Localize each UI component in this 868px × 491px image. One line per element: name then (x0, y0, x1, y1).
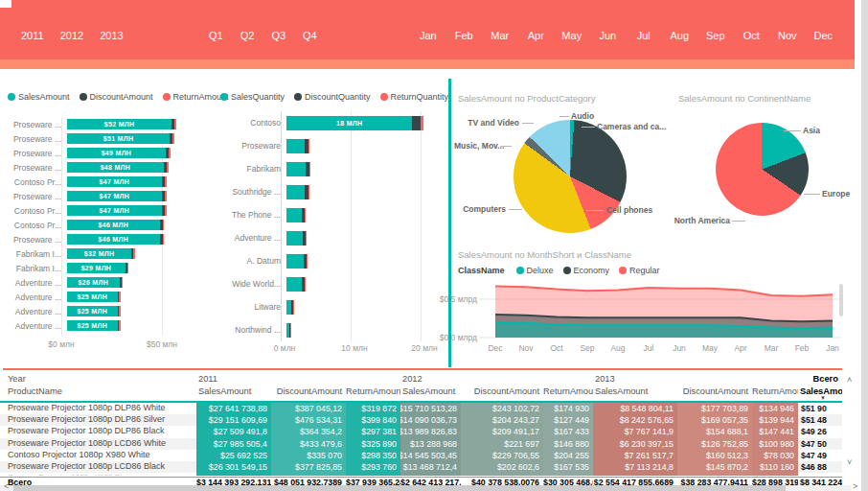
value-cell[interactable]: $134 946 (752, 403, 798, 414)
bar-row[interactable]: Wide World... (216, 272, 445, 295)
year-filter-2011[interactable]: 2011 (21, 30, 44, 41)
value-cell[interactable]: $13 288 968 (400, 438, 461, 450)
table-row[interactable]: Proseware Projector 1080p LCD86 Black$26… (0, 461, 842, 473)
table-row[interactable]: Proseware Projector 1080p DLP86 Black$27… (0, 426, 842, 437)
quarter-filter-Q3[interactable]: Q3 (271, 30, 286, 41)
product-name-cell[interactable]: Proseware Projector 1080p LCD86 Black (0, 461, 196, 473)
column-header-ReturnAmount[interactable]: ReturnAmount (346, 386, 400, 400)
value-cell[interactable]: $100 980 (752, 438, 798, 450)
sort-descending-icon[interactable]: ▼ (820, 395, 826, 401)
value-cell[interactable]: $177 703,89 (677, 403, 752, 414)
value-cell[interactable]: $293 760 (346, 461, 400, 473)
value-cell[interactable]: $8 242 576,65 (593, 414, 677, 426)
row-total-cell[interactable]: $49 26 (798, 426, 842, 437)
bar-row[interactable]: The Phone ... (216, 203, 445, 226)
value-cell[interactable]: $7 261 517,7 (593, 450, 677, 461)
bar-row[interactable]: Adventure ...$25 млн (0, 304, 216, 318)
bar-row[interactable]: Adventure ...$25 млн (0, 290, 216, 304)
column-header-DiscountAmount[interactable]: DiscountAmount (271, 386, 346, 400)
row-total-cell[interactable]: $47 49 (798, 450, 842, 461)
value-cell[interactable]: $243 102,72 (461, 403, 543, 414)
bar-row[interactable]: Adventure ...$25 млн (0, 318, 216, 333)
value-cell[interactable]: $27 509 491,8 (196, 426, 271, 437)
value-cell[interactable]: $297 381 (346, 426, 400, 437)
month-filter-Jul[interactable]: Jul (626, 30, 662, 41)
year-filter-2012[interactable]: 2012 (60, 30, 83, 41)
value-cell[interactable]: $13 989 826,83 (400, 426, 461, 437)
month-filter-Jan[interactable]: Jan (410, 30, 446, 41)
value-cell[interactable]: $476 534,31 (271, 414, 346, 426)
bar-row[interactable]: Litware (216, 295, 445, 318)
value-cell[interactable]: $13 468 712,4 (400, 461, 461, 473)
value-cell[interactable]: $204 255 (543, 450, 593, 461)
bar-row[interactable]: Contoso18 млн (216, 111, 445, 134)
bar-row[interactable]: Proseware ...$52 млн (0, 117, 216, 131)
value-cell[interactable]: $126 752,85 (677, 438, 752, 450)
table-row[interactable]: Proseware Projector 1080p DLP86 White$27… (0, 403, 842, 414)
product-name-cell[interactable]: Contoso Projector 1080p X980 White (0, 450, 196, 461)
value-cell[interactable]: $335 070 (271, 450, 346, 461)
bar-row[interactable]: Proseware ...$48 млн (0, 160, 216, 175)
bar-row[interactable]: Fabrikam I...$32 млн (0, 246, 216, 261)
value-cell[interactable]: $27 985 505,4 (196, 438, 271, 450)
table-row[interactable]: Contoso Projector 1080p X980 White$25 69… (0, 450, 842, 461)
h-scrollbar-thumb[interactable] (13, 485, 786, 491)
table-scroll-down-icon[interactable]: ˅ (847, 458, 852, 466)
bar-row[interactable]: Proseware ...$51 млн (0, 131, 216, 146)
value-cell[interactable]: $298 350 (346, 450, 400, 461)
year-group-2013[interactable]: 2013 (593, 374, 798, 386)
value-cell[interactable]: $8 548 804,11 (593, 403, 677, 414)
value-cell[interactable]: $146 880 (543, 438, 593, 450)
quarter-filter-Q4[interactable]: Q4 (303, 30, 317, 41)
bar-row[interactable]: Proseware ...$47 млн (0, 189, 216, 203)
bar-row[interactable]: Contoso Pr...$47 млн (0, 203, 216, 218)
value-cell[interactable]: $26 301 549,15 (196, 461, 271, 473)
value-cell[interactable]: $377 825,85 (271, 461, 346, 473)
value-cell[interactable]: $209 491,17 (461, 426, 543, 437)
value-cell[interactable]: $78 030 (752, 450, 798, 461)
month-filter-Jun[interactable]: Jun (590, 30, 627, 41)
year-group-2011[interactable]: 2011 (196, 374, 400, 386)
value-cell[interactable]: $139 944 (752, 414, 798, 426)
product-name-cell[interactable]: Proseware Projector 1080p DLP86 White (0, 403, 196, 414)
value-cell[interactable]: $25 692 525 (196, 450, 271, 461)
value-cell[interactable]: $14 545 503,45 (400, 450, 461, 461)
column-header-SalesAmount[interactable]: SalesAmount (400, 386, 461, 400)
product-name-cell[interactable]: Proseware Projector 1080p DLP86 Black (0, 426, 196, 437)
column-header-DiscountAmount[interactable]: DiscountAmount (461, 386, 543, 400)
bar-row[interactable]: A. Datum (216, 249, 445, 272)
h-scroll-left-icon[interactable]: < (4, 482, 9, 490)
area-chart-plot[interactable] (479, 280, 841, 341)
value-cell[interactable]: $325 890 (346, 438, 400, 450)
table-scroll-up-icon[interactable]: ˄ (847, 376, 852, 384)
value-cell[interactable]: $399 840 (346, 414, 400, 426)
value-cell[interactable]: $229 706,55 (461, 450, 543, 461)
value-cell[interactable]: $169 057,35 (677, 414, 752, 426)
productname-header[interactable]: ProductName (0, 386, 196, 400)
column-header-DiscountAmount[interactable]: DiscountAmount (677, 386, 752, 400)
row-total-cell[interactable]: $51 90 (798, 403, 842, 414)
value-cell[interactable]: $15 710 513,28 (400, 403, 461, 414)
area-chart-scrollbar[interactable] (839, 284, 843, 316)
column-header-SalesAmount[interactable]: SalesAmount (593, 386, 677, 400)
bar-row[interactable]: Proseware (216, 134, 445, 157)
column-header-SalesAmount[interactable]: SalesAmount (196, 386, 271, 400)
value-cell[interactable]: $147 441 (752, 426, 798, 437)
year-filter-2013[interactable]: 2013 (100, 30, 123, 41)
table-row[interactable]: Proseware Projector 1080p DLP86 Silver$2… (0, 414, 842, 426)
bar-row[interactable]: Fabrikam I...$29 млн (0, 261, 216, 275)
month-filter-Nov[interactable]: Nov (769, 30, 806, 41)
value-cell[interactable]: $127 449 (543, 414, 593, 426)
value-cell[interactable]: $27 641 738,88 (196, 403, 271, 414)
value-cell[interactable]: $167 535 (543, 461, 593, 473)
bar-row[interactable]: Adventure ...$26 млн (0, 275, 216, 290)
pie-continent[interactable] (716, 123, 809, 216)
bar-row[interactable]: Fabrikam (216, 157, 445, 180)
value-cell[interactable]: $387 045,12 (271, 403, 346, 414)
value-cell[interactable]: $167 433 (543, 426, 593, 437)
h-scroll-right-icon[interactable]: > (853, 482, 857, 490)
value-cell[interactable]: $319 872 (346, 403, 400, 414)
bar-row[interactable]: Southridge ... (216, 180, 445, 203)
table-row[interactable]: Proseware Projector 1080p LCD86 White$27… (0, 438, 842, 450)
value-cell[interactable]: $6 230 397,15 (593, 438, 677, 450)
